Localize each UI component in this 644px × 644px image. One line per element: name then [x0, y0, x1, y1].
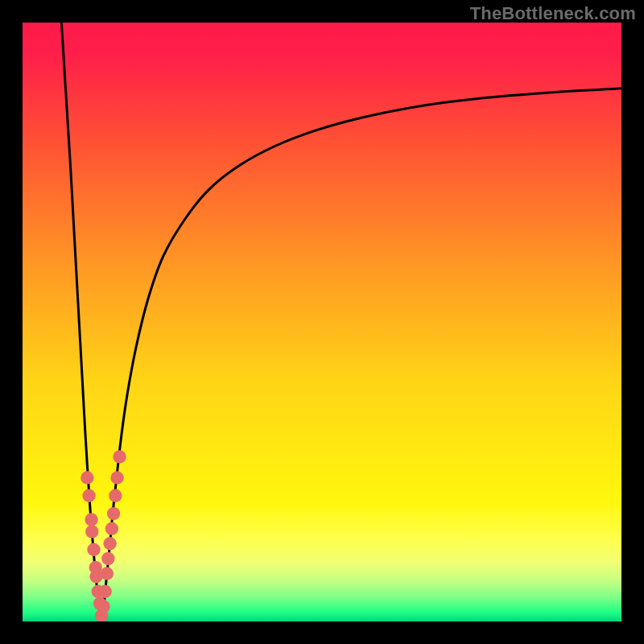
scatter-dot	[107, 507, 120, 520]
scatter-dot	[101, 552, 114, 565]
scatter-dot	[80, 471, 93, 484]
scatter-dot	[101, 567, 114, 580]
chart-svg	[23, 23, 621, 621]
watermark-text: TheBottleneck.com	[470, 3, 636, 24]
scatter-dot	[97, 600, 109, 613]
scatter-dot	[87, 543, 100, 556]
scatter-dot	[85, 513, 97, 526]
scatter-dot	[110, 471, 123, 484]
scatter-dot	[82, 489, 95, 502]
scatter-dot	[109, 489, 122, 502]
scatter-dot	[105, 522, 118, 535]
scatter-dot	[113, 450, 126, 463]
scatter-dot	[98, 585, 111, 598]
chart-frame: TheBottleneck.com	[0, 0, 644, 644]
scatter-dot	[85, 525, 98, 538]
scatter-dot	[103, 537, 116, 550]
plot-area	[23, 23, 621, 621]
